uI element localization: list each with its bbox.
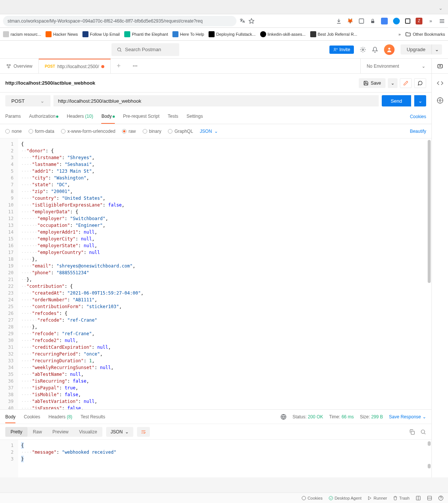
beautify-button[interactable]: Beautify: [410, 129, 426, 134]
svg-rect-1: [359, 19, 364, 23]
resp-tab-body[interactable]: Body: [5, 414, 15, 419]
resp-tab-cookies[interactable]: Cookies: [24, 414, 40, 419]
browser-menu-icon[interactable]: [439, 18, 445, 24]
body-type-graphql[interactable]: GraphQL: [168, 129, 193, 134]
footer-runner[interactable]: Runner: [367, 496, 387, 500]
extension-icon-5[interactable]: [405, 18, 410, 24]
help-icon[interactable]: [438, 495, 443, 501]
save-dropdown[interactable]: ⌄: [388, 78, 398, 88]
browser-url-input[interactable]: stman.co/workspace/My-Workspace~094a070c…: [3, 16, 236, 26]
extension-icon-1[interactable]: 🦊: [347, 18, 353, 24]
extension-icon-3[interactable]: [381, 18, 388, 24]
bell-icon[interactable]: [372, 47, 378, 53]
copy-response-button[interactable]: [409, 429, 415, 435]
tab-overview[interactable]: Overview: [0, 59, 39, 73]
body-type-formdata[interactable]: form-data: [29, 129, 54, 134]
send-button[interactable]: Send: [382, 95, 411, 106]
response-body-editor[interactable]: 123 {····"message": "webhooked received"…: [0, 440, 431, 477]
globe-icon[interactable]: [280, 414, 286, 420]
footer-desktop-agent[interactable]: Desktop Agent: [329, 496, 362, 500]
edit-button[interactable]: [400, 78, 412, 88]
environment-selector[interactable]: No Environment ⌄: [360, 59, 431, 73]
tab-prerequest[interactable]: Pre-request Script: [123, 114, 160, 120]
request-body-editor[interactable]: 1234567891011121314151617181920212223242…: [0, 138, 431, 409]
tab-headers[interactable]: Headers (10): [67, 114, 93, 120]
more-extensions-icon[interactable]: »: [428, 18, 434, 24]
body-type-xwww[interactable]: x-www-form-urlencoded: [61, 129, 115, 134]
tab-tests[interactable]: Tests: [168, 114, 178, 120]
request-title[interactable]: http://localhost:2500/actblue_webhook: [5, 80, 95, 86]
search-input[interactable]: Search Postman: [111, 43, 179, 56]
upgrade-dropdown[interactable]: ⌄: [431, 44, 442, 55]
bookmark-item[interactable]: Here To Help: [172, 31, 204, 37]
new-tab-button[interactable]: +: [111, 59, 127, 73]
save-response-button[interactable]: Save Response ⌄: [389, 414, 426, 419]
translate-icon[interactable]: [239, 18, 245, 24]
method-selector[interactable]: POST ⌄: [5, 95, 50, 106]
scrollbar-thumb[interactable]: [428, 464, 431, 468]
url-input[interactable]: http://localhost:2500/actblue_webhook: [53, 95, 379, 106]
bookmark-icon: [310, 31, 316, 37]
send-dropdown[interactable]: ⌄: [414, 95, 426, 106]
body-language-selector[interactable]: JSON ⌄: [200, 129, 218, 134]
tab-settings[interactable]: Settings: [187, 114, 203, 120]
cookies-link[interactable]: Cookies: [410, 114, 426, 119]
wrap-lines-button[interactable]: [137, 427, 150, 437]
extension-icon-4[interactable]: [393, 18, 400, 24]
view-visualize[interactable]: Visualize: [74, 427, 102, 437]
body-type-formdata-label: form-data: [35, 129, 54, 134]
info-icon[interactable]: [437, 97, 443, 104]
body-type-none[interactable]: none: [5, 129, 22, 134]
resp-tab-headers[interactable]: Headers (8): [49, 414, 72, 419]
environment-quick-look-icon[interactable]: [431, 59, 448, 73]
resp-tab-tests[interactable]: Test Results: [81, 414, 105, 419]
bookmark-item[interactable]: racism resourc...: [3, 31, 41, 37]
invite-button[interactable]: Invite: [329, 46, 354, 54]
bookmark-item[interactable]: Follow Up Email: [82, 31, 120, 37]
footer-trash[interactable]: Trash: [393, 496, 410, 500]
code-icon[interactable]: [437, 80, 443, 87]
search-placeholder: Search Postman: [125, 47, 161, 52]
lock-icon[interactable]: [370, 18, 376, 24]
body-type-raw[interactable]: raw: [122, 129, 136, 134]
avatar[interactable]: [384, 44, 395, 55]
tab-authorization[interactable]: Authorization: [29, 114, 58, 120]
comment-button[interactable]: [414, 78, 426, 88]
bookmark-item[interactable]: linkedin-skill-asses...: [260, 31, 306, 37]
bookmarks-bar: racism resourc...Hacker NewsFollow Up Em…: [0, 28, 448, 41]
tab-params[interactable]: Params: [5, 114, 21, 120]
overview-icon: [6, 64, 11, 69]
search-response-button[interactable]: [420, 429, 426, 435]
body-type-binary[interactable]: binary: [143, 129, 162, 134]
svg-point-16: [302, 496, 306, 500]
bookmark-item[interactable]: Deploying Fullstack...: [209, 31, 256, 37]
gear-icon[interactable]: [360, 47, 366, 53]
footer-cookies[interactable]: Cookies: [302, 496, 323, 500]
view-preview[interactable]: Preview: [47, 427, 74, 437]
star-icon[interactable]: [248, 18, 254, 24]
two-pane-icon[interactable]: [416, 495, 421, 501]
download-icon[interactable]: [336, 18, 342, 24]
footer-desktop-label: Desktop Agent: [335, 496, 362, 500]
bookmark-item[interactable]: Phanti the Elephant: [124, 31, 168, 37]
postman-header: Search Postman Invite Upgrade ⌄: [0, 41, 448, 59]
extension-icon-2[interactable]: [358, 18, 364, 24]
tab-overflow-button[interactable]: •••: [127, 59, 144, 73]
extension-icon-6[interactable]: Z: [416, 18, 422, 24]
tab-body[interactable]: Body: [101, 114, 114, 120]
tab-request-active[interactable]: POST http://localhost:2500/: [39, 59, 111, 73]
save-button[interactable]: Save: [359, 78, 386, 88]
scrollbar-thumb[interactable]: [428, 441, 431, 446]
bookmarks-overflow-icon[interactable]: »: [398, 32, 401, 36]
response-language-selector[interactable]: JSON ⌄: [106, 427, 133, 437]
chevron-down-icon[interactable]: ⌄: [439, 5, 443, 11]
view-raw[interactable]: Raw: [27, 427, 47, 437]
scrollbar-thumb[interactable]: [428, 140, 431, 283]
view-pretty[interactable]: Pretty: [5, 427, 27, 437]
bookmark-item[interactable]: Best Job Referral R...: [310, 31, 357, 37]
expand-pane-icon[interactable]: [427, 495, 432, 501]
upgrade-button[interactable]: Upgrade: [401, 44, 431, 55]
bookmark-item[interactable]: Hacker News: [46, 31, 78, 37]
bookmark-label: Hacker News: [53, 32, 78, 36]
other-bookmarks-folder[interactable]: Other Bookmarks: [405, 31, 445, 37]
